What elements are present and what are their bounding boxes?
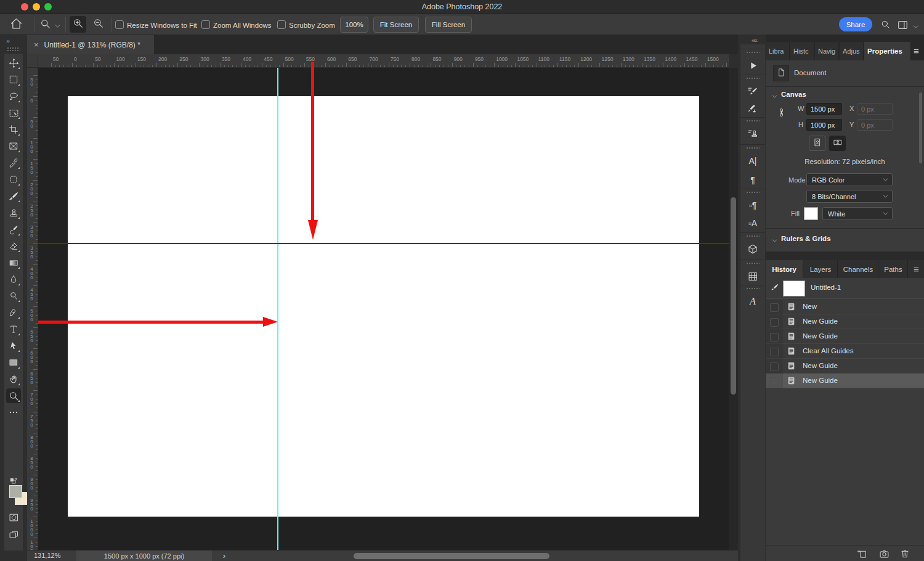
document-size-status[interactable]: 1500 px x 1000 px (72 ppi) › bbox=[76, 551, 212, 561]
frame-tool[interactable] bbox=[6, 139, 21, 154]
history-source-checkbox[interactable] bbox=[770, 333, 779, 342]
tab-libra[interactable]: Libra bbox=[766, 42, 790, 60]
tab-history[interactable]: History bbox=[766, 260, 803, 278]
quick-mask-icon[interactable] bbox=[6, 511, 21, 526]
collapse-canvas-icon[interactable] bbox=[771, 91, 778, 102]
document-canvas[interactable] bbox=[68, 96, 699, 517]
vertical-guide[interactable] bbox=[277, 68, 278, 550]
status-zoom-level[interactable]: 131,12% bbox=[34, 552, 60, 559]
delete-state-icon[interactable] bbox=[900, 549, 910, 561]
horizontal-ruler[interactable]: 5005010015020025030035040045050055060065… bbox=[38, 54, 729, 68]
history-brush-tool[interactable] bbox=[6, 222, 21, 237]
edit-toolbar-button[interactable] bbox=[6, 405, 21, 420]
resize-windows-checkbox[interactable] bbox=[115, 20, 124, 29]
zoom-tool-preset-icon[interactable] bbox=[39, 18, 51, 32]
blur-tool[interactable] bbox=[6, 272, 21, 287]
history-state-row[interactable]: New bbox=[766, 300, 924, 314]
history-brush-source-icon[interactable] bbox=[770, 283, 779, 295]
horizontal-guide[interactable] bbox=[38, 243, 729, 244]
rectangular-marquee-tool[interactable] bbox=[6, 72, 21, 87]
history-state-row[interactable]: New Guide bbox=[766, 314, 924, 329]
object-selection-tool[interactable] bbox=[6, 105, 21, 120]
history-state-row[interactable]: New Guide bbox=[766, 374, 924, 388]
history-source-checkbox[interactable] bbox=[770, 362, 779, 371]
bit-depth-dropdown[interactable]: 8 Bits/Channel bbox=[806, 190, 893, 203]
lasso-tool[interactable] bbox=[6, 89, 21, 104]
x-input[interactable]: 0 px bbox=[857, 103, 893, 115]
new-snapshot-icon[interactable] bbox=[879, 549, 890, 561]
pen-tool[interactable] bbox=[6, 305, 21, 320]
history-state-row[interactable]: New Guide bbox=[766, 329, 924, 344]
y-input[interactable]: 0 px bbox=[857, 119, 893, 131]
history-source-checkbox[interactable] bbox=[770, 377, 779, 386]
close-tab-icon[interactable]: × bbox=[34, 40, 39, 49]
rectangle-tool[interactable] bbox=[6, 355, 21, 370]
clone-stamp-tool[interactable] bbox=[6, 205, 21, 220]
history-state-row[interactable]: New Guide bbox=[766, 359, 924, 374]
home-icon[interactable] bbox=[10, 17, 23, 33]
clone-source-panel[interactable] bbox=[746, 127, 760, 141]
eyedropper-tool[interactable] bbox=[6, 155, 21, 170]
share-button[interactable]: Share bbox=[839, 17, 872, 31]
paragraph-styles-panel[interactable]: ▫¶ bbox=[746, 199, 760, 212]
panel-menu-icon[interactable]: ≡ bbox=[914, 264, 919, 274]
collapse-rulers-icon[interactable] bbox=[771, 235, 778, 247]
canvas-section-header[interactable]: Canvas bbox=[781, 91, 806, 98]
brush-settings-panel[interactable] bbox=[746, 84, 760, 98]
tab-histc[interactable]: Histc bbox=[790, 42, 814, 60]
zoom-percentage-input[interactable]: 100% bbox=[340, 17, 368, 33]
paragraph-panel[interactable]: ¶ bbox=[746, 173, 760, 187]
chevron-down-icon[interactable] bbox=[912, 22, 919, 33]
history-source-checkbox[interactable] bbox=[770, 348, 779, 356]
height-input[interactable]: 1000 px bbox=[806, 119, 842, 131]
expand-panels-chevrons[interactable]: «« bbox=[752, 36, 756, 44]
zoom-out-mode-button[interactable] bbox=[90, 16, 107, 33]
vertical-ruler[interactable]: 5005010015020025030035040045050055060065… bbox=[27, 68, 38, 550]
glyphs-panel[interactable]: A bbox=[746, 295, 760, 308]
portrait-orientation-button[interactable] bbox=[809, 136, 825, 151]
brush-tool[interactable] bbox=[6, 189, 21, 203]
color-mode-dropdown[interactable]: RGB Color bbox=[806, 173, 893, 186]
materials-panel[interactable] bbox=[746, 242, 760, 256]
vertical-scrollbar-thumb[interactable] bbox=[731, 197, 736, 395]
tab-channels[interactable]: Channels bbox=[838, 260, 878, 278]
patterns-panel[interactable] bbox=[746, 269, 760, 283]
ruler-corner[interactable] bbox=[27, 54, 38, 68]
fill-dropdown[interactable]: White bbox=[822, 207, 893, 220]
tab-navig[interactable]: Navig bbox=[815, 42, 839, 60]
foreground-color-swatch[interactable] bbox=[9, 485, 22, 498]
zoom-tool[interactable] bbox=[6, 388, 21, 403]
new-document-from-state-icon[interactable] bbox=[857, 549, 867, 561]
history-source-checkbox[interactable] bbox=[770, 303, 779, 312]
vertical-scrollbar-track[interactable] bbox=[729, 68, 738, 550]
panel-menu-icon[interactable]: ≡ bbox=[914, 46, 919, 56]
gradient-tool[interactable] bbox=[6, 255, 21, 270]
history-state-row[interactable]: Clear All Guides bbox=[766, 344, 924, 359]
type-tool[interactable] bbox=[6, 322, 21, 337]
search-icon[interactable] bbox=[880, 19, 891, 32]
history-source-checkbox[interactable] bbox=[770, 318, 779, 327]
panel-scrollbar-thumb[interactable] bbox=[919, 92, 922, 163]
tab-paths[interactable]: Paths bbox=[879, 260, 908, 278]
tab-layers[interactable]: Layers bbox=[804, 260, 838, 278]
zoom-in-mode-button[interactable] bbox=[70, 16, 86, 33]
tab-properties[interactable]: Properties bbox=[864, 42, 911, 60]
chevron-down-icon[interactable] bbox=[54, 21, 61, 32]
spot-healing-brush-tool[interactable] bbox=[6, 172, 21, 187]
status-chevron-icon[interactable]: › bbox=[223, 551, 225, 560]
snapshot-thumbnail[interactable] bbox=[783, 280, 805, 297]
canvas-viewport[interactable] bbox=[38, 68, 729, 550]
character-styles-panel[interactable]: ▫A bbox=[746, 216, 760, 230]
rulers-grids-section-header[interactable]: Rulers & Grids bbox=[781, 235, 831, 242]
width-input[interactable]: 1500 px bbox=[806, 103, 842, 115]
character-panel[interactable]: A| bbox=[746, 154, 760, 168]
horizontal-scrollbar-thumb[interactable] bbox=[354, 553, 549, 559]
zoom-all-windows-checkbox[interactable] bbox=[201, 20, 210, 29]
tab-adjus[interactable]: Adjus bbox=[840, 42, 864, 60]
hand-tool[interactable] bbox=[6, 372, 21, 387]
fit-screen-button[interactable]: Fit Screen bbox=[373, 17, 419, 33]
history-snapshot-row[interactable]: Untitled-1 bbox=[766, 278, 924, 299]
landscape-orientation-button[interactable] bbox=[829, 136, 846, 151]
scrubby-zoom-checkbox[interactable] bbox=[277, 20, 286, 29]
screen-mode-icon[interactable] bbox=[6, 528, 21, 543]
